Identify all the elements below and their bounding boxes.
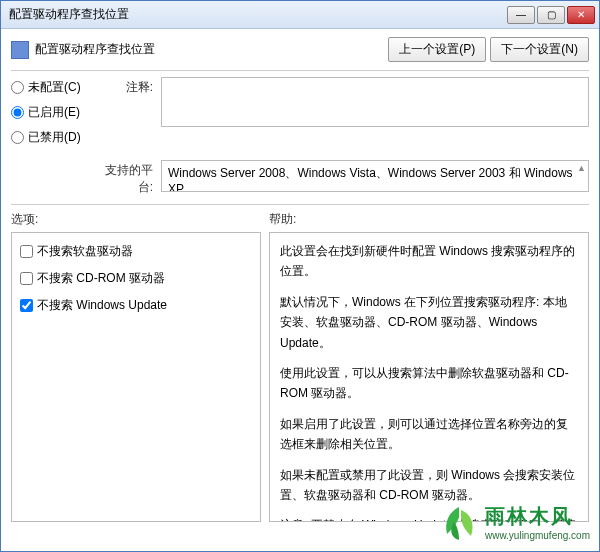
window-title: 配置驱动程序查找位置 <box>9 6 507 23</box>
policy-title: 配置驱动程序查找位置 <box>35 41 388 58</box>
config-row: 未配置(C) 已启用(E) 已禁用(D) 注释: <box>11 77 589 154</box>
radio-not-configured-input[interactable] <box>11 81 24 94</box>
platform-box[interactable]: Windows Server 2008、Windows Vista、Window… <box>161 160 589 192</box>
state-radios: 未配置(C) 已启用(E) 已禁用(D) <box>11 77 101 154</box>
checkbox-no-wu-input[interactable] <box>20 299 33 312</box>
options-box: 不搜索软盘驱动器 不搜索 CD-ROM 驱动器 不搜索 Windows Upda… <box>11 232 261 522</box>
checkbox-no-cdrom-input[interactable] <box>20 272 33 285</box>
scroll-up-icon[interactable]: ▲ <box>577 163 586 173</box>
help-paragraph: 注意: 要禁止在 Windows Update 中搜索驱动程序，另请参阅 "管理… <box>280 515 578 522</box>
radio-enabled-input[interactable] <box>11 106 24 119</box>
dialog-window: 配置驱动程序查找位置 — ▢ ✕ 配置驱动程序查找位置 上一个设置(P) 下一个… <box>0 0 600 552</box>
platform-label: 支持的平台: <box>101 160 161 196</box>
divider <box>11 204 589 205</box>
help-paragraph: 如果启用了此设置，则可以通过选择位置名称旁边的复选框来删除相关位置。 <box>280 414 578 455</box>
policy-icon <box>11 41 29 59</box>
platform-row: 支持的平台: Windows Server 2008、Windows Vista… <box>11 160 589 196</box>
next-setting-button[interactable]: 下一个设置(N) <box>490 37 589 62</box>
help-column: 帮助: 此设置会在找到新硬件时配置 Windows 搜索驱动程序的位置。 默认情… <box>269 211 589 522</box>
window-controls: — ▢ ✕ <box>507 6 595 24</box>
maximize-button[interactable]: ▢ <box>537 6 565 24</box>
comment-label: 注释: <box>101 77 161 96</box>
help-paragraph: 使用此设置，可以从搜索算法中删除软盘驱动器和 CD-ROM 驱动器。 <box>280 363 578 404</box>
checkbox-no-cdrom[interactable]: 不搜索 CD-ROM 驱动器 <box>20 270 252 287</box>
help-label: 帮助: <box>269 211 589 228</box>
lower-panel: 选项: 不搜索软盘驱动器 不搜索 CD-ROM 驱动器 不搜索 Windows … <box>11 211 589 522</box>
close-button[interactable]: ✕ <box>567 6 595 24</box>
prev-setting-button[interactable]: 上一个设置(P) <box>388 37 486 62</box>
dialog-content: 配置驱动程序查找位置 上一个设置(P) 下一个设置(N) 未配置(C) 已启用(… <box>1 29 599 551</box>
minimize-button[interactable]: — <box>507 6 535 24</box>
titlebar[interactable]: 配置驱动程序查找位置 — ▢ ✕ <box>1 1 599 29</box>
divider <box>11 70 589 71</box>
radio-disabled[interactable]: 已禁用(D) <box>11 129 101 146</box>
checkbox-no-wu[interactable]: 不搜索 Windows Update <box>20 297 252 314</box>
options-column: 选项: 不搜索软盘驱动器 不搜索 CD-ROM 驱动器 不搜索 Windows … <box>11 211 261 522</box>
checkbox-no-floppy[interactable]: 不搜索软盘驱动器 <box>20 243 252 260</box>
help-paragraph: 如果未配置或禁用了此设置，则 Windows 会搜索安装位置、软盘驱动器和 CD… <box>280 465 578 506</box>
help-paragraph: 默认情况下，Windows 在下列位置搜索驱动程序: 本地安装、软盘驱动器、CD… <box>280 292 578 353</box>
comment-field[interactable] <box>161 77 589 127</box>
platform-text: Windows Server 2008、Windows Vista、Window… <box>168 166 573 192</box>
radio-enabled[interactable]: 已启用(E) <box>11 104 101 121</box>
help-box[interactable]: 此设置会在找到新硬件时配置 Windows 搜索驱动程序的位置。 默认情况下，W… <box>269 232 589 522</box>
options-label: 选项: <box>11 211 261 228</box>
radio-not-configured[interactable]: 未配置(C) <box>11 79 101 96</box>
nav-buttons: 上一个设置(P) 下一个设置(N) <box>388 37 589 62</box>
help-paragraph: 此设置会在找到新硬件时配置 Windows 搜索驱动程序的位置。 <box>280 241 578 282</box>
header-row: 配置驱动程序查找位置 上一个设置(P) 下一个设置(N) <box>11 37 589 62</box>
radio-disabled-input[interactable] <box>11 131 24 144</box>
checkbox-no-floppy-input[interactable] <box>20 245 33 258</box>
